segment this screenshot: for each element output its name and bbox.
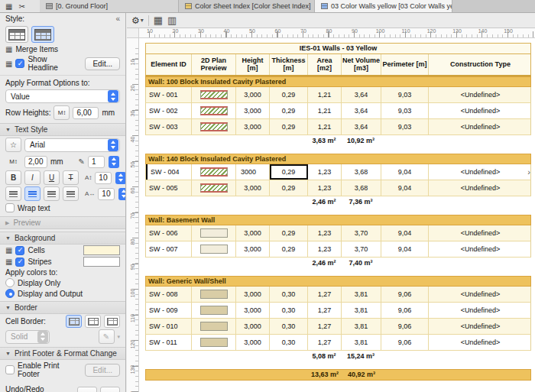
cell-preview[interactable] xyxy=(192,287,236,302)
cell-area[interactable]: 1,23 xyxy=(308,164,342,180)
row-height-icon[interactable]: M↕ xyxy=(54,105,70,120)
cell-height[interactable]: 3,000 xyxy=(236,119,270,134)
cell-preview[interactable] xyxy=(192,319,236,334)
column-header[interactable]: 2D Plan Preview xyxy=(192,54,236,75)
cell-thickness[interactable]: 0,29 xyxy=(270,103,308,118)
cell-area[interactable]: 1,21 xyxy=(308,103,342,118)
display-and-output-radio[interactable] xyxy=(5,289,15,298)
cell-net-volume[interactable]: 3,81 xyxy=(342,303,381,318)
cell-thickness[interactable]: 0,30 xyxy=(270,335,308,350)
cell-net-volume[interactable]: 3,64 xyxy=(342,119,381,134)
format-target-select[interactable]: Value xyxy=(5,89,120,103)
cell-thickness[interactable]: 0,29 xyxy=(270,225,308,241)
tab-color-walls-yellow[interactable]: 03 Color Walls yellow [03 Color Walls ye… xyxy=(315,0,452,12)
cell-preview[interactable] xyxy=(192,335,236,350)
cells-color-swatch[interactable] xyxy=(83,245,120,255)
cell-perimeter[interactable]: 9,03 xyxy=(381,103,429,118)
scheme-settings-button[interactable]: ⚙ ▾ xyxy=(131,15,144,26)
font-size-input[interactable] xyxy=(24,156,47,168)
cell-preview[interactable] xyxy=(192,225,236,241)
undo-format-button[interactable]: B⟲ xyxy=(77,387,97,392)
cell-element-id[interactable]: SW - 004 xyxy=(146,164,192,180)
cell-construction-type[interactable]: <Undefined> xyxy=(429,335,532,350)
pen-number-input[interactable] xyxy=(88,156,105,168)
cell-height[interactable]: 3,000 xyxy=(236,287,270,302)
align-justify-button[interactable] xyxy=(63,186,79,201)
schedule-title[interactable]: IES-01 Walls - 03 Yellow xyxy=(145,43,531,53)
cell-perimeter[interactable]: 9,04 xyxy=(381,241,429,257)
cell-perimeter[interactable]: 9,03 xyxy=(381,119,429,134)
cell-thickness[interactable]: 0,30 xyxy=(270,303,308,318)
merge-items-label[interactable]: Merge Items xyxy=(15,45,58,53)
cell-construction-type[interactable]: <Undefined> xyxy=(429,180,532,196)
border-vertical-button[interactable] xyxy=(104,315,120,328)
bold-button[interactable]: B xyxy=(5,170,21,185)
border-section-header[interactable]: ▼ Border xyxy=(0,301,125,314)
strikethrough-button[interactable]: T xyxy=(63,170,79,185)
headline-toggle-button[interactable]: ▥ xyxy=(167,15,177,26)
cell-net-volume[interactable]: 3,81 xyxy=(342,335,381,350)
print-footer-section-header[interactable]: ▼ Print Footer & Format Change xyxy=(0,347,125,360)
font-family-select[interactable]: Arial xyxy=(24,138,120,152)
row-height-input[interactable] xyxy=(73,107,99,119)
cell-preview[interactable] xyxy=(192,87,236,102)
cell-height[interactable]: 3,000 xyxy=(236,319,270,334)
tracking-stepper[interactable] xyxy=(118,188,126,200)
grid-icon[interactable]: ▦ xyxy=(5,2,12,11)
cell-element-id[interactable]: SW - 006 xyxy=(146,225,192,241)
cell-height[interactable]: 3,000 xyxy=(236,103,270,118)
cell-thickness[interactable]: 0,30 xyxy=(270,319,308,334)
cell-thickness[interactable]: 0,29 xyxy=(270,164,308,180)
pen-stepper[interactable] xyxy=(109,156,119,168)
line-spacing-input[interactable] xyxy=(95,172,112,184)
edit-headline-button[interactable]: Edit... xyxy=(85,57,120,70)
underline-button[interactable]: U xyxy=(44,170,60,185)
table-style-option-1[interactable] xyxy=(5,26,28,43)
cell-construction-type[interactable]: <Undefined> xyxy=(429,87,532,102)
enable-print-footer-checkbox[interactable] xyxy=(5,365,15,374)
cell-construction-type[interactable]: <Undefined> xyxy=(429,241,532,257)
cell-element-id[interactable]: SW - 010 xyxy=(146,319,192,334)
cell-element-id[interactable]: SW - 001 xyxy=(146,87,192,102)
tab-ground-floor[interactable]: [0. Ground Floor] xyxy=(40,0,179,12)
collapse-sidebar-icon[interactable]: « xyxy=(115,15,120,23)
cell-area[interactable]: 1,27 xyxy=(308,303,342,318)
column-header[interactable]: Element ID xyxy=(146,54,192,75)
dropdown-button[interactable] xyxy=(108,90,118,102)
cell-element-id[interactable]: SW - 007 xyxy=(146,241,192,257)
column-header[interactable]: Area [m2] xyxy=(308,54,342,75)
scissors-icon[interactable]: ✂ xyxy=(18,2,24,11)
cell-construction-type[interactable]: <Undefined>› xyxy=(429,164,532,180)
cell-area[interactable]: 1,27 xyxy=(308,319,342,334)
cell-height[interactable]: 3,000 xyxy=(236,180,270,196)
popup-chevron-icon[interactable]: › xyxy=(527,167,530,177)
preview-section-header[interactable]: ▶ Preview xyxy=(0,216,125,229)
cell-construction-type[interactable]: <Undefined> xyxy=(429,303,532,318)
column-header[interactable]: Height [m] xyxy=(236,54,270,75)
cell-net-volume[interactable]: 3,64 xyxy=(342,103,381,118)
redo-format-button[interactable]: B⟳ xyxy=(100,387,120,392)
italic-button[interactable]: I xyxy=(24,170,41,185)
cell-construction-type[interactable]: <Undefined> xyxy=(429,319,532,334)
cell-height[interactable]: 3,000 xyxy=(236,225,270,241)
cell-height[interactable]: 3,000 xyxy=(236,303,270,318)
tab-color-sheet-index[interactable]: Color Sheet Index [Color Sheet Index] xyxy=(179,0,315,12)
align-left-button[interactable] xyxy=(5,186,21,201)
dropdown-button[interactable] xyxy=(108,139,118,151)
cell-perimeter[interactable]: 9,04 xyxy=(381,180,429,196)
cell-net-volume[interactable]: 3,81 xyxy=(342,319,381,334)
group-header-row[interactable]: Wall: Generic Wall/Shell xyxy=(145,276,531,287)
cell-perimeter[interactable]: 9,06 xyxy=(381,287,429,302)
line-type-select[interactable]: Solid xyxy=(5,330,50,344)
cell-element-id[interactable]: SW - 008 xyxy=(146,287,192,302)
cell-preview[interactable] xyxy=(192,164,236,180)
edit-print-footer-button[interactable]: Edit... xyxy=(85,364,120,377)
cells-checkbox[interactable] xyxy=(15,246,24,255)
cell-area[interactable]: 1,23 xyxy=(308,225,342,241)
cell-thickness[interactable]: 0,29 xyxy=(270,119,308,134)
cell-element-id[interactable]: SW - 005 xyxy=(146,180,192,196)
cell-thickness[interactable]: 0,29 xyxy=(270,87,308,102)
wrap-text-checkbox[interactable] xyxy=(5,203,15,212)
cell-element-id[interactable]: SW - 009 xyxy=(146,303,192,318)
cell-height[interactable]: 3000 xyxy=(236,164,270,180)
